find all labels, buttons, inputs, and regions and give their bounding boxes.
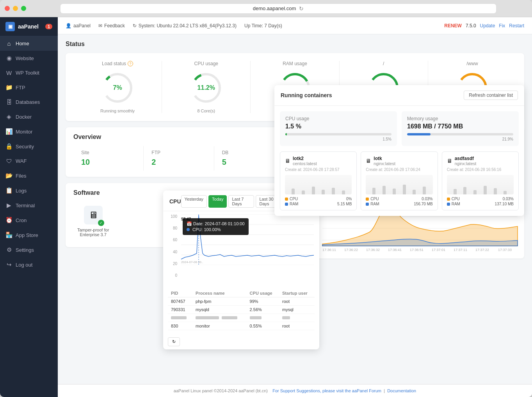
sidebar-item-waf[interactable]: 🛡 WAF: [0, 154, 58, 168]
software-item[interactable]: 🖥 ✓ Tamper-proof forEnterprise 3.7: [73, 202, 113, 241]
status-card-cpu: CPU usage 11.2% 8 Core(s): [162, 61, 251, 113]
sidebar-item-terminal[interactable]: ▶ Terminal: [0, 198, 58, 213]
software-badge: ✓: [98, 220, 104, 226]
th-cpu-usage: CPU usage: [247, 289, 279, 297]
sidebar-item-ftp[interactable]: 📁 FTP: [0, 80, 58, 95]
container-header-asdfasdf: 🖥 asdfasdf nginx:latest: [447, 156, 514, 166]
container-chart-lotk: [366, 175, 432, 194]
ram-dot: [366, 203, 369, 206]
sidebar-item-monitor[interactable]: 📊 Monitor: [0, 124, 58, 139]
sidebar-item-website[interactable]: ◉ Website: [0, 51, 58, 66]
sidebar-item-cron[interactable]: ⏰ Cron: [0, 213, 58, 228]
load-info-icon[interactable]: ?: [128, 61, 133, 66]
restart-link[interactable]: Restart: [509, 23, 524, 28]
container-chart-lotk2: [285, 175, 352, 194]
cpu-tab-yesterday[interactable]: Yesterday: [181, 195, 207, 208]
sidebar-item-home[interactable]: ⌂ Home: [0, 36, 58, 51]
overview-title: Overview: [73, 134, 284, 141]
feedback-label: Feedback: [104, 23, 125, 28]
cpu-popup-title: CPU: [169, 198, 181, 205]
sidebar-item-files[interactable]: 📂 Files: [0, 168, 58, 183]
cpu-dot: [447, 198, 450, 201]
sidebar-item-databases[interactable]: 🗄 Databases: [0, 95, 58, 109]
refresh-container-button[interactable]: Refresh container list: [464, 91, 518, 100]
container-metrics-lotk2: CPU0% RAM5.15 MB: [285, 197, 352, 206]
container-icon-asdfasdf: 🖥: [447, 158, 452, 164]
table-row: 790331 mysqld 2.56% mysql: [168, 306, 315, 314]
usage-row: CPU usage 1.5 % 1.5% Memory usage 1698 M…: [280, 111, 519, 146]
sidebar-item-logs[interactable]: 📋 Logs: [0, 183, 58, 198]
container-created-asdfasdf: Create at: 2024-06-28 16:56:16: [447, 167, 514, 172]
cpu-dot: [285, 198, 288, 201]
software-icon-img: 🖥 ✓: [84, 206, 103, 224]
support-link[interactable]: For Support Suggestions, please visit th…: [272, 388, 381, 393]
th-process: Process name: [192, 289, 247, 297]
website-icon: ◉: [5, 55, 12, 62]
fix-link[interactable]: Fix: [499, 23, 505, 28]
cpu-tab-today[interactable]: Today: [208, 195, 227, 208]
overview-stat-site: Site 10: [73, 146, 144, 171]
files-icon: 📂: [5, 172, 12, 179]
mac-window: demo.aapanel.com ↻ ▣ aaPanel 1 ⌂ Home ◉ …: [0, 0, 532, 397]
address-bar[interactable]: demo.aapanel.com ↻: [60, 4, 496, 13]
software-name: Tamper-proof forEnterprise 3.7: [77, 228, 109, 237]
status-card-load: Load status ? 7% Running smoothly: [73, 61, 162, 113]
svg-text:17:36:41: 17:36:41: [388, 248, 402, 252]
container-name-lotk: lotk: [374, 156, 395, 161]
sidebar-item-security[interactable]: 🔒 Security: [0, 139, 58, 154]
load-sub: Running smoothly: [100, 109, 135, 113]
site-value: 10: [81, 158, 135, 167]
sidebar-item-app-store[interactable]: 🏪 App Store: [0, 228, 58, 242]
load-value: 7%: [113, 84, 122, 91]
container-created-lotk: Create at: 2024-06-28 17:06:24: [366, 167, 432, 172]
cpu-usage-card: CPU usage 1.5 % 1.5%: [280, 111, 397, 146]
containers-body: CPU usage 1.5 % 1.5% Memory usage 1698 M…: [274, 106, 524, 216]
ram-dot: [285, 203, 288, 206]
containers-popup: Running containers Refresh container lis…: [274, 85, 524, 216]
process-cell: monitor: [192, 322, 247, 330]
container-card-lotk2[interactable]: 🖥 lotk2 centos:latest Create at: 2024-06…: [280, 151, 357, 210]
maximize-button[interactable]: [21, 6, 26, 11]
minimize-button[interactable]: [13, 6, 18, 11]
overview-stats: Site 10 FTP 2 DB 5: [73, 146, 284, 171]
renew-button[interactable]: RENEW: [444, 23, 462, 28]
doc-link[interactable]: Documentation: [387, 388, 416, 393]
settings-icon: ⚙: [5, 246, 12, 253]
tooltip-cpu: CPU: 100.00%: [187, 227, 245, 232]
sidebar-item-label: Terminal: [16, 203, 35, 208]
update-link[interactable]: Update: [480, 23, 495, 28]
container-card-lotk[interactable]: 🖥 lotk nginx:latest Create at: 2024-06-2…: [361, 151, 438, 210]
container-card-asdfasdf[interactable]: 🖥 asdfasdf nginx:latest Create at: 2024-…: [442, 151, 519, 210]
close-button[interactable]: [5, 6, 10, 11]
th-startup-user: Startup user: [279, 289, 315, 297]
overview-card: Overview Site 10 FTP 2: [66, 127, 292, 177]
svg-text:17:37:33: 17:37:33: [498, 248, 512, 252]
pid-cell: 807457: [168, 297, 192, 306]
cpu-chart-area: 100 80 60 40 20 0 97.47 📅 Date: 2024-07-…: [163, 211, 319, 289]
container-ram-metric-asdfasdf: RAM137.10 MB: [447, 202, 514, 206]
container-image-asdfasdf: nginx:latest: [455, 161, 477, 166]
sidebar-item-wp-toolkit[interactable]: W WP Toolkit: [0, 66, 58, 80]
cpu-footer: ↻: [163, 334, 319, 349]
sidebar-item-logout[interactable]: ↪ Log out: [0, 257, 58, 272]
home-icon: ⌂: [5, 40, 12, 47]
sidebar-item-docker[interactable]: ◈ Docker: [0, 109, 58, 124]
cpu-tab-7days[interactable]: Last 7 Days: [228, 195, 254, 208]
titlebar: demo.aapanel.com ↻: [0, 0, 532, 17]
container-ram-metric-lotk2: RAM5.15 MB: [285, 202, 352, 206]
reload-icon[interactable]: ↻: [299, 5, 304, 12]
cpu-sub: 8 Core(s): [197, 109, 215, 113]
cpu-cell: 0.55%: [247, 322, 279, 330]
cpu-usage-value: 1.5 %: [285, 123, 391, 130]
sidebar-item-label: WAF: [16, 158, 27, 164]
cpu-refresh-button[interactable]: ↻: [168, 337, 180, 346]
db-label: DB: [222, 150, 276, 155]
containers-title: Running containers: [281, 92, 332, 98]
wp-icon: W: [5, 69, 12, 76]
logs-icon: 📋: [5, 187, 12, 194]
sidebar-logo: ▣ aaPanel 1: [0, 17, 58, 36]
topbar-feedback[interactable]: ✉ Feedback: [98, 23, 125, 28]
sidebar-item-label: Settings: [16, 247, 34, 253]
sidebar-item-settings[interactable]: ⚙ Settings: [0, 242, 58, 257]
cpu-usage-bar-fill: [285, 133, 287, 135]
